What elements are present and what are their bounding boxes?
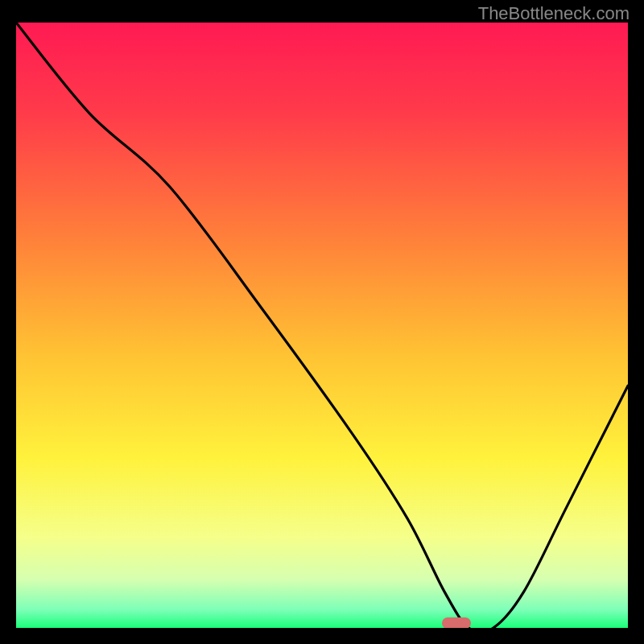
bottleneck-curve — [16, 23, 628, 628]
plot-area — [16, 23, 628, 628]
optimal-marker — [442, 617, 471, 628]
chart-container: TheBottleneck.com — [0, 0, 644, 644]
watermark-label: TheBottleneck.com — [478, 3, 630, 24]
